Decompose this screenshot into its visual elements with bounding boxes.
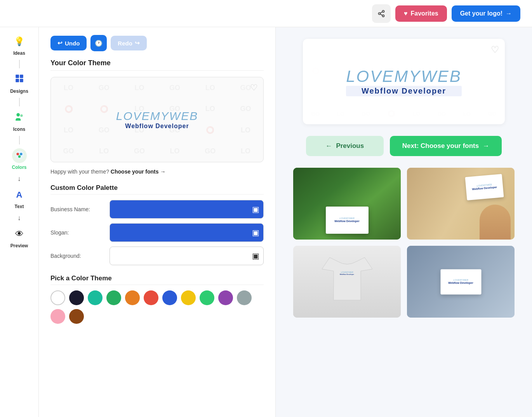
sidebar-item-ideas[interactable]: 💡 Ideas bbox=[0, 31, 38, 59]
mockup-hand: LOVEMYWEB Webflow Developer bbox=[407, 168, 515, 240]
right-panel: LO GO LO GO LO GO LO GO ⭕ GO LO ⭕ GO LO … bbox=[276, 27, 532, 417]
mockup-grid: LOVEMYWEB Webflow Developer LOVEMYWEB We… bbox=[293, 168, 515, 318]
sidebar-item-icons[interactable]: Icons bbox=[0, 107, 38, 135]
business-card-2: LOVEMYWEB Webflow Developer bbox=[465, 174, 504, 200]
main-logo-content: LOVEMYWEB Webflow Developer bbox=[346, 67, 462, 96]
sidebar-item-text[interactable]: A Text bbox=[0, 184, 38, 212]
p-cell: ⭕ bbox=[303, 60, 328, 82]
happy-text: Happy with your theme? Choose your fonts… bbox=[50, 169, 264, 175]
slogan-color-btn[interactable]: ▣ bbox=[110, 223, 264, 242]
color-picker-icon-2: ▣ bbox=[252, 228, 259, 237]
svg-line-3 bbox=[380, 14, 382, 15]
color-circle-purple[interactable] bbox=[218, 290, 233, 305]
pattern-cell: LO bbox=[86, 141, 122, 162]
arrow-left-icon: ← bbox=[325, 142, 332, 150]
background-row: Background: ▣ bbox=[50, 247, 264, 265]
next-arrow-icon: → bbox=[483, 142, 489, 150]
redo-label: Redo bbox=[118, 40, 132, 47]
pattern-cell: GO bbox=[157, 77, 192, 99]
p-cell: LO bbox=[404, 103, 429, 124]
share-button[interactable] bbox=[372, 4, 391, 23]
clock-icon: 🕐 bbox=[95, 40, 103, 47]
color-circle-orange[interactable] bbox=[125, 290, 140, 305]
logo-preview-small: LO GO LO GO LO GO ⭕ ⭕ LO GO LO GO LO GO … bbox=[50, 77, 264, 162]
svg-point-9 bbox=[16, 113, 20, 116]
heart-favorite-small[interactable]: ♡ bbox=[250, 83, 258, 93]
p-cell: GO bbox=[429, 103, 454, 124]
svg-rect-7 bbox=[16, 79, 19, 82]
p-cell: GO bbox=[480, 103, 505, 124]
svg-point-10 bbox=[20, 115, 23, 117]
pick-theme-title: Pick a Color Theme bbox=[50, 275, 264, 285]
color-circle-white[interactable] bbox=[50, 290, 65, 305]
text-icon: A bbox=[16, 190, 23, 200]
favorites-button[interactable]: ♥ Favorites bbox=[395, 5, 447, 22]
p-cell: LO bbox=[454, 39, 480, 60]
undo-icon: ↩ bbox=[57, 40, 63, 47]
next-label: Next: Choose your fonts bbox=[402, 142, 479, 150]
choose-fonts-link[interactable]: Choose your fonts → bbox=[111, 169, 166, 175]
p-cell: GO bbox=[303, 103, 328, 124]
mockup-logo-slogan-1: Webflow Developer bbox=[334, 219, 359, 223]
get-logo-label: Get your logo! bbox=[460, 10, 502, 17]
navigation-buttons: ← Previous Next: Choose your fonts → bbox=[306, 136, 502, 156]
redo-button[interactable]: Redo ↪ bbox=[111, 36, 147, 50]
pattern-cell: LO bbox=[228, 141, 263, 162]
business-card-1: LOVEMYWEB Webflow Developer bbox=[326, 207, 369, 234]
svg-point-13 bbox=[20, 153, 23, 156]
color-theme-title: Your Color Theme bbox=[50, 59, 264, 71]
sidebar-item-preview[interactable]: 👁 Preview bbox=[0, 224, 38, 252]
custom-palette-title: Custom Color Palette bbox=[50, 184, 264, 195]
sidebar: 💡 Ideas Designs Icons bbox=[0, 27, 39, 417]
left-panel: ↩ Undo 🕐 Redo ↪ Your Color Theme LO GO L… bbox=[39, 27, 276, 417]
p-cell: LO bbox=[454, 103, 480, 124]
sidebar-item-colors[interactable]: Colors bbox=[0, 145, 38, 173]
logo-name-small: LOVEMYWEB bbox=[116, 109, 198, 123]
previous-label: Previous bbox=[336, 142, 364, 150]
pattern-cell: ⭕ bbox=[51, 99, 86, 120]
p-cell: LO bbox=[480, 60, 505, 82]
slogan-label: Slogan: bbox=[50, 229, 105, 236]
color-circle-green1[interactable] bbox=[106, 290, 121, 305]
get-logo-button[interactable]: Get your logo! → bbox=[452, 5, 520, 22]
logo-slogan-small: Webflow Developer bbox=[116, 123, 198, 130]
color-circle-gray[interactable] bbox=[237, 290, 252, 305]
sidebar-arrow-down-1: ↓ bbox=[17, 173, 21, 184]
sidebar-item-preview-label: Preview bbox=[10, 243, 28, 248]
logo-preview-content-small: LOVEMYWEB Webflow Developer bbox=[116, 109, 198, 130]
preview-icon: 👁 bbox=[15, 229, 24, 239]
mockup-tshirt: LOVEMYWEB Webflow Developer bbox=[293, 246, 401, 318]
heart-favorite-main[interactable]: ♡ bbox=[491, 44, 499, 55]
color-circle-brown[interactable] bbox=[69, 309, 84, 324]
tshirt-logo: LOVEMYWEB Webflow Developer bbox=[340, 271, 354, 275]
pattern-cell: GO bbox=[228, 99, 263, 120]
clock-button[interactable]: 🕐 bbox=[90, 35, 107, 51]
background-color-btn[interactable]: ▣ bbox=[110, 247, 264, 265]
color-circle-green2[interactable] bbox=[200, 290, 214, 305]
mockup-logo-slogan-2: Webflow Developer bbox=[472, 186, 497, 191]
main-logo-name: LOVEMYWEB bbox=[346, 67, 462, 86]
color-picker-icon-1: ▣ bbox=[252, 205, 259, 214]
business-name-color-btn[interactable]: ▣ bbox=[110, 200, 264, 219]
svg-rect-5 bbox=[16, 75, 19, 78]
sidebar-arrow-down-2: ↓ bbox=[17, 212, 21, 224]
svg-rect-6 bbox=[20, 75, 23, 78]
color-circle-blue[interactable] bbox=[162, 290, 177, 305]
color-circle-darkblue[interactable] bbox=[69, 290, 84, 305]
color-circle-yellow[interactable] bbox=[181, 290, 196, 305]
color-circle-teal[interactable] bbox=[88, 290, 103, 305]
undo-button[interactable]: ↩ Undo bbox=[50, 36, 87, 50]
pattern-cell: GO bbox=[86, 77, 122, 99]
svg-point-14 bbox=[18, 155, 21, 158]
hand-shape bbox=[480, 205, 511, 240]
heart-icon: ♥ bbox=[404, 10, 408, 17]
icons-icon bbox=[14, 112, 24, 123]
colors-icon bbox=[14, 150, 24, 162]
previous-button[interactable]: ← Previous bbox=[306, 136, 384, 156]
sidebar-item-designs[interactable]: Designs bbox=[0, 69, 38, 97]
sidebar-item-icons-label: Icons bbox=[13, 127, 25, 132]
arrow-right-icon: → bbox=[506, 10, 512, 17]
next-button[interactable]: Next: Choose your fonts → bbox=[390, 136, 502, 156]
color-circle-pink[interactable] bbox=[50, 309, 65, 324]
color-circle-red[interactable] bbox=[144, 290, 158, 305]
